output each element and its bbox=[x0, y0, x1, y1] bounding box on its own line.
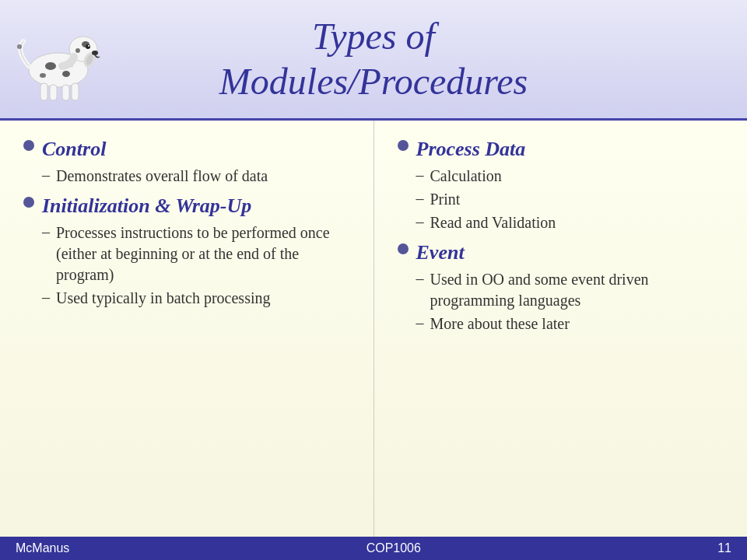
init-label: Initialization & Wrap-Up bbox=[42, 193, 251, 219]
event-label: Event bbox=[416, 240, 465, 266]
right-column: Process Data – Calculation – Print – Rea… bbox=[374, 121, 748, 537]
slide-footer: McManus COP1006 11 bbox=[0, 537, 747, 560]
bullet-process: Process Data – Calculation – Print – Rea… bbox=[398, 136, 732, 233]
process-sub-items: – Calculation – Print – Read and Validat… bbox=[416, 166, 732, 233]
list-item: – More about these later bbox=[416, 313, 732, 334]
list-item: – Processes instructions to be performed… bbox=[42, 222, 358, 285]
title-text: Types of Modules/Procedures bbox=[219, 14, 528, 103]
svg-rect-15 bbox=[62, 85, 69, 100]
svg-point-1 bbox=[45, 62, 56, 70]
list-item: – Print bbox=[416, 189, 732, 210]
process-sub-3: Read and Validation bbox=[430, 212, 556, 233]
svg-point-7 bbox=[75, 48, 80, 53]
slide-header: Types of Modules/Procedures bbox=[0, 0, 747, 121]
svg-point-11 bbox=[88, 45, 89, 47]
dash-icon: – bbox=[42, 223, 50, 241]
dash-icon: – bbox=[416, 270, 424, 288]
control-sub-items: – Demonstrates overall flow of data bbox=[42, 166, 358, 187]
process-sub-1: Calculation bbox=[430, 166, 502, 187]
event-sub-1: Used in OO and some event driven program… bbox=[430, 269, 732, 311]
dash-icon: – bbox=[416, 166, 424, 184]
bullet-init: Initialization & Wrap-Up – Processes ins… bbox=[23, 193, 358, 309]
footer-author: McManus bbox=[16, 541, 69, 555]
slide: Types of Modules/Procedures Control – De… bbox=[0, 0, 747, 560]
svg-rect-16 bbox=[72, 83, 79, 100]
control-label: Control bbox=[42, 136, 106, 163]
control-sub-1: Demonstrates overall flow of data bbox=[56, 166, 268, 187]
dash-icon: – bbox=[416, 314, 424, 332]
bullet-dot-init bbox=[23, 197, 34, 208]
init-sub-items: – Processes instructions to be performed… bbox=[42, 222, 358, 309]
svg-rect-14 bbox=[50, 85, 57, 100]
dog-image bbox=[8, 4, 109, 105]
event-sub-items: – Used in OO and some event driven progr… bbox=[416, 269, 732, 334]
dash-icon: – bbox=[42, 289, 50, 306]
svg-point-2 bbox=[62, 71, 70, 77]
bullet-control: Control – Demonstrates overall flow of d… bbox=[23, 136, 358, 187]
process-label: Process Data bbox=[416, 136, 526, 163]
bullet-dot-process bbox=[398, 140, 409, 151]
dash-icon: – bbox=[416, 213, 424, 231]
dash-icon: – bbox=[42, 166, 50, 184]
footer-course: COP1006 bbox=[366, 541, 421, 555]
dash-icon: – bbox=[416, 190, 424, 208]
svg-point-3 bbox=[40, 73, 46, 78]
left-column: Control – Demonstrates overall flow of d… bbox=[0, 121, 374, 537]
bullet-dot-control bbox=[23, 140, 34, 151]
list-item: – Used typically in batch processing bbox=[42, 288, 358, 309]
footer-page: 11 bbox=[717, 541, 731, 555]
process-sub-2: Print bbox=[430, 189, 461, 210]
init-sub-2: Used typically in batch processing bbox=[56, 288, 271, 309]
list-item: – Calculation bbox=[416, 166, 732, 187]
slide-title: Types of Modules/Procedures bbox=[219, 14, 528, 103]
init-sub-1: Processes instructions to be performed o… bbox=[56, 222, 358, 285]
list-item: – Used in OO and some event driven progr… bbox=[416, 269, 732, 311]
event-sub-2: More about these later bbox=[430, 313, 570, 334]
svg-rect-13 bbox=[40, 83, 47, 100]
bullet-dot-event bbox=[398, 243, 409, 254]
svg-point-17 bbox=[17, 44, 22, 49]
svg-point-12 bbox=[92, 51, 98, 55]
list-item: – Read and Validation bbox=[416, 212, 732, 233]
list-item: – Demonstrates overall flow of data bbox=[42, 166, 358, 187]
bullet-event: Event – Used in OO and some event driven… bbox=[398, 240, 732, 334]
svg-point-10 bbox=[86, 44, 90, 49]
content-area: Control – Demonstrates overall flow of d… bbox=[0, 121, 747, 537]
